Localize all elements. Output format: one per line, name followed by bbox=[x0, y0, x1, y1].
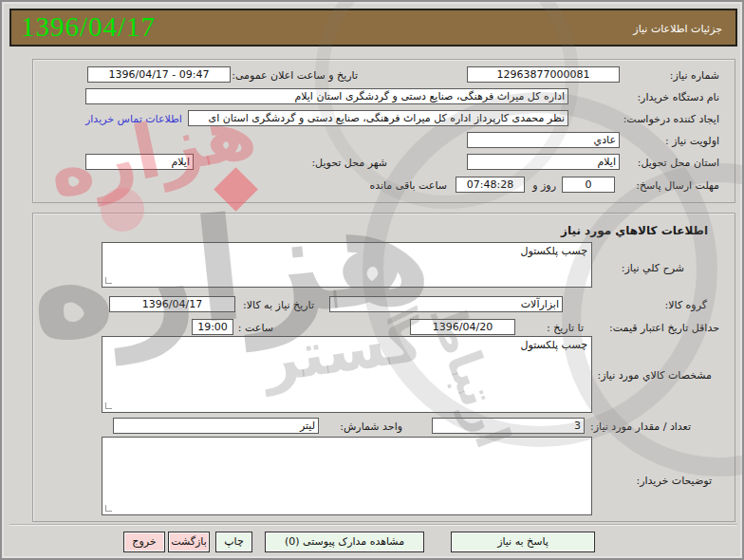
hour-field[interactable]: 19:00 bbox=[192, 319, 233, 335]
announce-datetime-label: تاریخ و ساعت اعلان عمومی: bbox=[232, 69, 358, 82]
response-deadline-label: مهلت ارسال پاسخ: bbox=[636, 179, 719, 192]
print-button[interactable]: چاپ bbox=[215, 532, 252, 552]
deadline-days-field[interactable]: 0 bbox=[562, 177, 615, 193]
delivery-province-label: استان محل تحویل: bbox=[638, 157, 719, 169]
deadline-days-suffix: روز و bbox=[532, 179, 556, 192]
unit-label: واحد شمارش: bbox=[340, 420, 402, 433]
announce-datetime-field[interactable]: 1396/04/17 - 09:47 bbox=[87, 66, 231, 83]
priority-field[interactable]: عادي bbox=[467, 132, 620, 148]
exit-button[interactable]: خروج bbox=[123, 532, 165, 552]
hour-label: ساعت : bbox=[238, 322, 273, 334]
header-date: 1396/04/17 bbox=[21, 11, 156, 43]
specs-label: مشخصات کالاي مورد نیاز: bbox=[597, 369, 712, 382]
until-date-label: تا تاریخ : bbox=[547, 322, 584, 334]
need-number-label: شماره نیاز: bbox=[670, 69, 719, 82]
unit-field[interactable]: لیتر bbox=[113, 418, 319, 434]
goods-group-field[interactable]: ابزارآلات bbox=[329, 296, 563, 312]
delivery-province-field[interactable]: ایلام bbox=[467, 154, 620, 170]
deadline-time-field[interactable]: 07:48:28 bbox=[456, 177, 525, 193]
respond-to-need-button[interactable]: پاسخ به نیاز bbox=[451, 532, 595, 552]
need-details-window: 1396/04/17 جزئیات اطلاعات نیاز شماره نیا… bbox=[0, 0, 744, 560]
buyer-org-field[interactable]: اداره کل میراث فرهنگی، صنایع دستی و گردش… bbox=[85, 88, 568, 104]
request-creator-field[interactable]: نظر محمدی کارپرداز اداره کل میراث فرهنگی… bbox=[188, 110, 568, 126]
title-bar: 1396/04/17 جزئیات اطلاعات نیاز bbox=[9, 9, 737, 47]
goods-group-label: گروه کالا: bbox=[665, 299, 707, 311]
buyer-org-label: نام دستگاه خریدار: bbox=[637, 91, 719, 103]
need-date-field[interactable]: 1396/04/17 bbox=[109, 296, 235, 312]
back-button[interactable]: بازگشت bbox=[168, 532, 210, 552]
general-desc-label: شرح کلي نیاز: bbox=[622, 262, 684, 274]
buyer-notes-label: توضیحات خریدار: bbox=[637, 475, 713, 487]
price-validity-label: حداقل تاریخ اعتبار قیمت: bbox=[609, 322, 719, 334]
quantity-label: تعداد / مقدار مورد نیاز: bbox=[590, 420, 691, 433]
footer-divider bbox=[9, 524, 737, 526]
priority-label: اولویت نیاز : bbox=[665, 135, 719, 147]
page-title: جزئیات اطلاعات نیاز bbox=[633, 23, 722, 35]
view-attached-docs-button[interactable]: مشاهده مدارک پیوستی (0) bbox=[265, 532, 424, 552]
request-creator-label: ایجاد کننده درخواست: bbox=[623, 113, 719, 125]
need-date-label: تاریخ نیاز به کالا: bbox=[243, 299, 314, 311]
buyer-notes-textarea[interactable] bbox=[102, 437, 592, 515]
buyer-contact-link[interactable]: اطلاعات تماس خریدار bbox=[85, 113, 182, 125]
general-desc-textarea[interactable]: چسب پلکستول bbox=[102, 242, 592, 288]
until-date-field[interactable]: 1396/04/20 bbox=[410, 319, 515, 335]
specs-textarea[interactable]: چسب پلکستول bbox=[102, 336, 592, 413]
quantity-field[interactable]: 3 bbox=[432, 418, 585, 434]
deadline-remaining-text: ساعت باقی مانده bbox=[369, 179, 447, 192]
goods-panel-title: اطلاعات کالاهاي مورد نیاز bbox=[561, 224, 708, 237]
delivery-city-label: شهر محل تحویل: bbox=[311, 157, 387, 169]
delivery-city-field[interactable]: ایلام bbox=[85, 154, 194, 170]
need-number-field[interactable]: 12963877000081 bbox=[467, 66, 620, 83]
